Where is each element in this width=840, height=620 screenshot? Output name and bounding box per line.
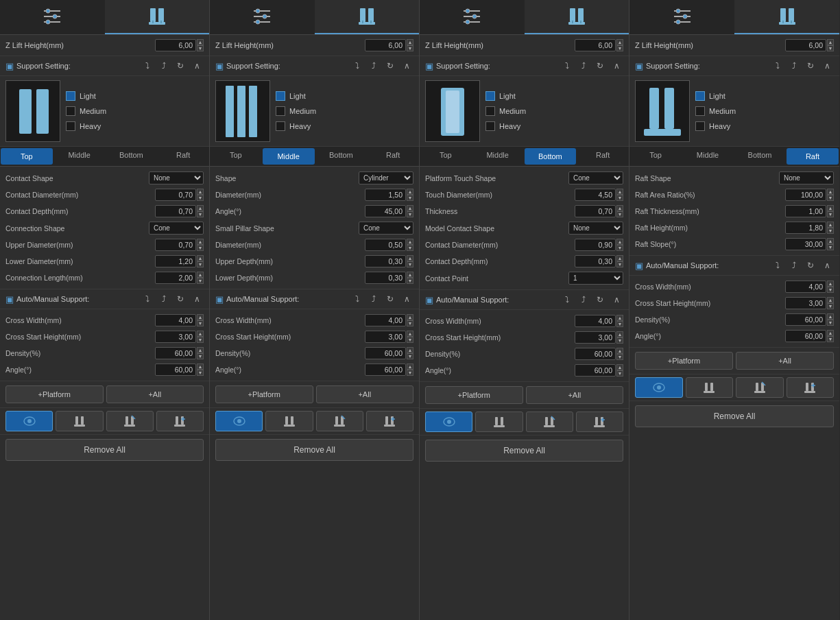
support-option-light[interactable]: Light [695, 91, 736, 101]
all-button[interactable]: +All [526, 386, 624, 404]
header-tab-support[interactable] [734, 0, 839, 34]
remove-all-button[interactable]: Remove All [635, 405, 834, 427]
support-option-medium[interactable]: Medium [276, 106, 316, 116]
auto-import-icon[interactable]: ⤵ [350, 292, 364, 306]
support-option-heavy[interactable]: Heavy [695, 121, 736, 131]
auto-import-icon[interactable]: ⤵ [560, 293, 574, 307]
sub-tab-bottom[interactable]: Bottom [106, 147, 158, 166]
remove-all-button[interactable]: Remove All [215, 439, 413, 461]
all-button[interactable]: +All [736, 352, 834, 370]
all-button[interactable]: +All [106, 385, 204, 403]
all-button[interactable]: +All [316, 385, 414, 403]
eye-icon[interactable] [425, 412, 472, 432]
header-tab-settings[interactable] [0, 0, 105, 34]
sub-tab-raft[interactable]: Raft [157, 147, 209, 166]
sub-tab-raft[interactable]: Raft [577, 147, 629, 166]
support-option-light[interactable]: Light [66, 91, 106, 101]
support-add-icon[interactable] [366, 411, 413, 431]
remove-all-button[interactable]: Remove All [425, 440, 623, 462]
sub-tab-middle[interactable]: Middle [53, 147, 106, 166]
export-icon[interactable]: ⤴ [367, 59, 381, 73]
refresh-icon[interactable]: ↻ [173, 59, 187, 73]
auto-refresh-icon[interactable]: ↻ [173, 292, 187, 306]
export-icon[interactable]: ⤴ [577, 59, 590, 73]
import-icon[interactable]: ⤵ [350, 59, 364, 73]
checkbox-heavy[interactable] [276, 121, 285, 131]
import-icon[interactable]: ⤵ [560, 59, 574, 73]
eye-icon[interactable] [635, 377, 683, 398]
support-view-icon[interactable] [56, 411, 103, 431]
support-option-medium[interactable]: Medium [695, 106, 736, 116]
auto-import-icon[interactable]: ⤵ [141, 292, 154, 306]
support-add-icon[interactable] [576, 412, 623, 432]
header-tab-support[interactable] [105, 0, 210, 34]
support-option-medium[interactable]: Medium [66, 106, 106, 116]
auto-collapse-icon[interactable]: ∧ [190, 292, 204, 306]
export-icon[interactable]: ⤴ [157, 59, 171, 73]
support-option-heavy[interactable]: Heavy [485, 121, 526, 131]
collapse-icon[interactable]: ∧ [610, 59, 623, 73]
header-tab-settings[interactable] [629, 0, 734, 34]
auto-refresh-icon[interactable]: ↻ [593, 293, 607, 307]
support-option-heavy[interactable]: Heavy [66, 121, 106, 131]
auto-export-icon[interactable]: ⤴ [787, 259, 801, 272]
auto-import-icon[interactable]: ⤵ [771, 259, 784, 272]
collapse-icon[interactable]: ∧ [190, 59, 204, 73]
checkbox-light[interactable] [276, 91, 285, 101]
checkbox-medium[interactable] [695, 106, 705, 116]
checkbox-light[interactable] [695, 91, 705, 101]
platform-button[interactable]: +Platform [5, 385, 104, 403]
auto-collapse-icon[interactable]: ∧ [400, 292, 413, 306]
sub-tab-top[interactable]: Top [420, 147, 472, 166]
auto-refresh-icon[interactable]: ↻ [383, 292, 397, 306]
platform-button[interactable]: +Platform [635, 352, 733, 370]
support-edit-icon[interactable] [316, 411, 363, 431]
checkbox-heavy[interactable] [485, 121, 495, 131]
auto-collapse-icon[interactable]: ∧ [610, 293, 623, 307]
auto-export-icon[interactable]: ⤴ [157, 292, 171, 306]
auto-export-icon[interactable]: ⤴ [577, 293, 590, 307]
auto-collapse-icon[interactable]: ∧ [820, 259, 834, 272]
import-icon[interactable]: ⤵ [771, 59, 784, 73]
support-add-icon[interactable] [156, 411, 204, 431]
support-option-medium[interactable]: Medium [485, 106, 526, 116]
checkbox-heavy[interactable] [66, 121, 75, 131]
auto-refresh-icon[interactable]: ↻ [804, 259, 817, 272]
eye-icon[interactable] [215, 411, 263, 431]
sub-tab-middle[interactable]: Middle [682, 147, 734, 166]
header-tab-support[interactable] [525, 0, 629, 34]
export-icon[interactable]: ⤴ [787, 59, 801, 73]
refresh-icon[interactable]: ↻ [804, 59, 817, 73]
support-add-icon[interactable] [787, 377, 835, 398]
sub-tab-top[interactable]: Top [629, 147, 682, 166]
checkbox-medium[interactable] [66, 106, 75, 116]
platform-button[interactable]: +Platform [215, 385, 313, 403]
sub-tab-top[interactable]: Top [210, 147, 262, 166]
sub-tab-bottom[interactable]: Bottom [525, 148, 577, 165]
sub-tab-top[interactable]: Top [1, 148, 53, 165]
support-view-icon[interactable] [265, 411, 313, 431]
support-option-heavy[interactable]: Heavy [276, 121, 316, 131]
refresh-icon[interactable]: ↻ [383, 59, 397, 73]
sub-tab-raft[interactable]: Raft [367, 147, 419, 166]
import-icon[interactable]: ⤵ [141, 59, 154, 73]
header-tab-settings[interactable] [210, 0, 315, 34]
support-edit-icon[interactable] [736, 377, 784, 398]
sub-tab-raft[interactable]: Raft [787, 148, 839, 165]
remove-all-button[interactable]: Remove All [5, 439, 204, 461]
support-view-icon[interactable] [475, 412, 523, 432]
eye-icon[interactable] [5, 411, 53, 431]
platform-button[interactable]: +Platform [425, 386, 523, 404]
checkbox-light[interactable] [66, 91, 75, 101]
support-option-light[interactable]: Light [276, 91, 316, 101]
support-option-light[interactable]: Light [485, 91, 526, 101]
sub-tab-middle[interactable]: Middle [263, 148, 315, 165]
checkbox-medium[interactable] [485, 106, 495, 116]
collapse-icon[interactable]: ∧ [400, 59, 413, 73]
checkbox-light[interactable] [485, 91, 495, 101]
checkbox-medium[interactable] [276, 106, 285, 116]
sub-tab-middle[interactable]: Middle [472, 147, 524, 166]
support-edit-icon[interactable] [526, 412, 573, 432]
sub-tab-bottom[interactable]: Bottom [315, 147, 368, 166]
support-view-icon[interactable] [686, 377, 734, 398]
